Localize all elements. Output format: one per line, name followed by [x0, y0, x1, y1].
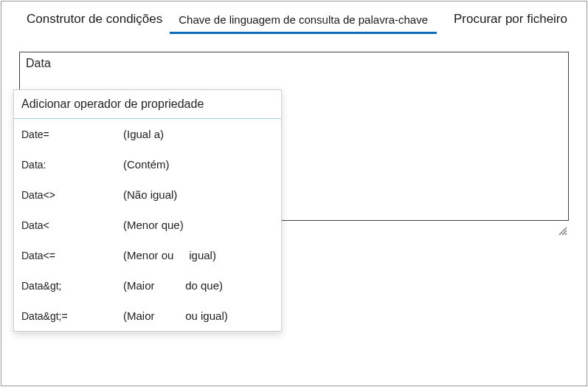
dropdown-item[interactable]: Data<> (Não igual): [14, 179, 281, 210]
operator-dropdown: Adicionar operador de propriedade Date= …: [13, 89, 282, 332]
operator-key: Date=: [21, 129, 123, 140]
dropdown-item[interactable]: Data&gt;= (Maior ou igual): [14, 301, 281, 331]
dropdown-item[interactable]: Data: (Contém): [14, 149, 281, 179]
main-container: Construtor de condições Chave de linguag…: [1, 1, 587, 386]
operator-key: Data<=: [21, 250, 123, 261]
svg-line-2: [565, 233, 567, 235]
operator-desc: (Menor ou igual): [123, 249, 216, 261]
resize-handle-icon: [557, 225, 567, 236]
operator-key: Data:: [21, 159, 123, 171]
operator-key: Data<: [21, 219, 123, 231]
operator-desc: (Igual a): [123, 128, 164, 140]
operator-key: Data&gt;: [21, 280, 123, 292]
operator-key: Data<>: [21, 189, 123, 201]
operator-key: Data&gt;=: [21, 310, 123, 322]
svg-line-0: [559, 227, 567, 235]
dropdown-item[interactable]: Data&gt; (Maior do que): [14, 270, 281, 301]
tab-search-file[interactable]: Procurar por ficheiro: [446, 12, 569, 32]
operator-desc: (Maior ou igual): [123, 309, 228, 322]
operator-desc: (Contém): [123, 158, 170, 171]
tab-condition-builder[interactable]: Construtor de condições: [19, 12, 170, 32]
operator-desc: (Maior do que): [123, 279, 223, 292]
tab-bar: Construtor de condições Chave de linguag…: [19, 12, 569, 34]
operator-desc: (Não igual): [123, 188, 177, 201]
dropdown-item[interactable]: Data<= (Menor ou igual): [14, 240, 281, 270]
dropdown-item[interactable]: Data< (Menor que): [14, 210, 281, 240]
dropdown-item[interactable]: Date= (Igual a): [14, 119, 281, 149]
tab-kql[interactable]: Chave de linguagem de consulta de palavr…: [170, 12, 437, 34]
operator-desc: (Menor que): [123, 219, 184, 231]
dropdown-header: Adicionar operador de propriedade: [14, 90, 281, 119]
svg-line-1: [562, 230, 567, 235]
